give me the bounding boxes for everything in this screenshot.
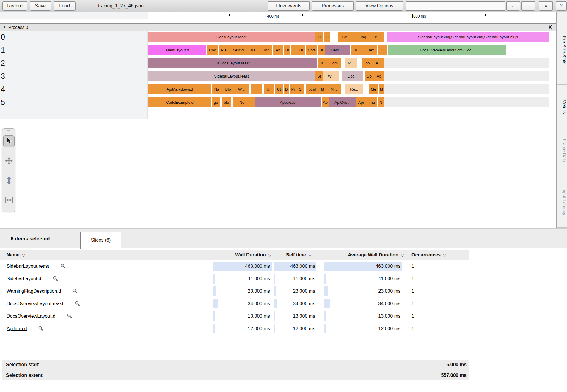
column-header-self[interactable]: Self time▽ bbox=[253, 250, 311, 260]
trace-slice[interactable]: R... bbox=[345, 58, 357, 68]
trace-slice[interactable]: Cod bbox=[207, 45, 218, 55]
trace-slice[interactable]: Blo bbox=[222, 84, 234, 94]
trace-slice[interactable]: Si bbox=[315, 71, 323, 81]
slice-name-link[interactable]: DocsOverviewLayout.d bbox=[7, 314, 56, 319]
flow-events-button[interactable]: Flow events bbox=[268, 1, 310, 11]
trace-slice[interactable]: B... bbox=[371, 32, 384, 42]
trace-slice[interactable]: Js bbox=[318, 58, 326, 68]
column-header-name[interactable]: Name▽ bbox=[7, 250, 131, 260]
trace-slice[interactable]: Ut bbox=[275, 84, 283, 94]
trace-slice[interactable]: No... bbox=[233, 97, 255, 107]
slice-name-link[interactable]: DocsOverviewLayout.reast bbox=[7, 301, 63, 306]
trace-slice[interactable]: W... bbox=[323, 71, 339, 81]
trace-slice[interactable]: A... bbox=[373, 58, 384, 68]
slice-name-link[interactable]: WarningFlagDescription.d bbox=[7, 289, 61, 294]
timeline-pane[interactable]: ▼ Process 0 X 0DocsLayout.reastDCGe...Ta… bbox=[0, 19, 556, 228]
trace-slice[interactable]: DocsOverviewLayout.cmj,Doc... bbox=[388, 45, 506, 55]
magnifier-icon[interactable] bbox=[53, 277, 58, 282]
process-close-button[interactable]: X bbox=[549, 24, 552, 31]
trace-slice[interactable]: Bs_ bbox=[247, 45, 261, 55]
trace-slice[interactable]: C bbox=[324, 32, 330, 42]
processes-button[interactable]: Processes bbox=[312, 1, 354, 11]
zoom-tool[interactable] bbox=[3, 175, 15, 187]
trace-slice[interactable]: Url bbox=[264, 84, 274, 94]
more-options-button[interactable]: » bbox=[539, 1, 553, 11]
trace-slice[interactable]: Doc... bbox=[342, 71, 363, 81]
magnifier-icon[interactable] bbox=[67, 314, 72, 319]
record-button[interactable]: Record bbox=[2, 1, 27, 11]
trace-slice[interactable]: C bbox=[378, 45, 387, 55]
side-tab-metrics[interactable]: Metrics bbox=[557, 85, 567, 125]
trace-slice[interactable]: Re... bbox=[345, 84, 363, 94]
timing-tool[interactable] bbox=[3, 195, 15, 207]
trace-slice[interactable]: Ap bbox=[322, 97, 329, 107]
collapse-caret-icon[interactable]: ▼ bbox=[3, 24, 6, 31]
trace-slice[interactable]: Ico bbox=[362, 58, 373, 68]
trace-slice[interactable]: Api bbox=[356, 97, 366, 107]
trace-slice[interactable]: Hi bbox=[297, 45, 305, 55]
trace-slice[interactable]: App.reast bbox=[255, 97, 321, 107]
trace-slice[interactable]: D bbox=[315, 32, 323, 42]
trace-slice[interactable]: blo bbox=[222, 97, 231, 107]
load-button[interactable]: Load bbox=[54, 1, 76, 11]
selection-tool[interactable] bbox=[3, 135, 15, 147]
side-tab-frame-data[interactable]: Frame Data bbox=[557, 125, 567, 172]
trace-slice[interactable]: C bbox=[291, 45, 297, 55]
pan-tool[interactable] bbox=[3, 155, 15, 167]
trace-slice[interactable]: ApiOve... bbox=[329, 97, 356, 107]
trace-slice[interactable]: W... bbox=[234, 84, 249, 94]
sort-caret-icon[interactable]: ▽ bbox=[309, 253, 311, 257]
magnifier-icon[interactable] bbox=[60, 265, 66, 270]
trace-slice[interactable]: SidebarLayout.reast bbox=[148, 71, 315, 81]
trace-slice[interactable]: MainLayout.d bbox=[148, 45, 206, 55]
trace-slice[interactable]: ApiMarkdown.d bbox=[148, 84, 211, 94]
trace-slice[interactable]: Me bbox=[369, 84, 378, 94]
magnifier-icon[interactable] bbox=[75, 302, 80, 307]
view-options-button[interactable]: View Options bbox=[356, 1, 403, 11]
trace-slice[interactable]: Com bbox=[326, 58, 341, 68]
trace-slice[interactable]: N bbox=[378, 97, 384, 107]
trace-slice[interactable]: Ge... bbox=[338, 32, 355, 42]
trace-slice[interactable]: An bbox=[273, 45, 283, 55]
trace-slice[interactable]: Next.d bbox=[229, 45, 247, 55]
trace-slice[interactable]: JsDocsLayout.reast bbox=[148, 58, 317, 68]
trace-slice[interactable]: B... bbox=[351, 45, 365, 55]
side-tab-file-size-stats[interactable]: File Size Stats bbox=[557, 12, 567, 85]
trace-slice[interactable]: Pla bbox=[219, 45, 229, 55]
trace-slice[interactable]: ge bbox=[212, 97, 220, 107]
trace-slice[interactable]: I... bbox=[251, 84, 262, 94]
trace-slice[interactable]: Ap bbox=[374, 71, 384, 81]
trace-slice[interactable]: SidebarLayout.cmj,SidebarLayout.cmi,Side… bbox=[387, 32, 549, 42]
trace-slice[interactable]: Bl bbox=[284, 45, 290, 55]
sort-caret-icon[interactable]: ▽ bbox=[22, 253, 25, 257]
column-header-avg[interactable]: Average Wall Duration▽ bbox=[323, 250, 404, 260]
trace-slice[interactable]: Tag bbox=[355, 32, 371, 42]
trace-slice[interactable]: Xml bbox=[306, 84, 319, 94]
magnifier-icon[interactable] bbox=[72, 289, 78, 295]
find-previous-button[interactable]: ← bbox=[506, 1, 520, 11]
find-next-button[interactable]: → bbox=[521, 1, 535, 11]
trace-slice[interactable]: Tex bbox=[365, 45, 377, 55]
trace-slice[interactable]: Md bbox=[261, 45, 272, 55]
slice-name-link[interactable]: ApiIntro.d bbox=[7, 326, 27, 331]
side-tab-input-latency[interactable]: Input Latency bbox=[557, 172, 567, 228]
trace-slice[interactable]: Bl bbox=[318, 45, 325, 55]
tab-slices[interactable]: Slices (6) bbox=[80, 232, 121, 249]
magnifier-icon[interactable] bbox=[38, 327, 43, 332]
palette-grip-handle[interactable] bbox=[4, 130, 13, 133]
trace-slice[interactable]: Cod bbox=[306, 45, 317, 55]
trace-slice[interactable]: M bbox=[319, 84, 326, 94]
column-header-occ[interactable]: Occurrences▽ bbox=[411, 250, 468, 260]
trace-slice[interactable]: Si bbox=[297, 84, 304, 94]
sort-caret-icon[interactable]: ▽ bbox=[443, 253, 446, 257]
slice-name-link[interactable]: SidebarLayout.d bbox=[7, 276, 41, 281]
trace-slice[interactable]: D bbox=[284, 84, 289, 94]
trace-slice[interactable]: Na bbox=[212, 84, 222, 94]
slice-name-link[interactable]: SidebarLayout.reast bbox=[7, 264, 49, 269]
trace-slice[interactable]: Ima bbox=[366, 97, 377, 107]
trace-slice[interactable]: M... bbox=[326, 84, 341, 94]
trace-slice[interactable]: Do bbox=[365, 71, 374, 81]
save-button[interactable]: Save bbox=[30, 1, 51, 11]
search-input[interactable] bbox=[406, 1, 505, 11]
sort-caret-icon[interactable]: ▽ bbox=[401, 253, 404, 257]
